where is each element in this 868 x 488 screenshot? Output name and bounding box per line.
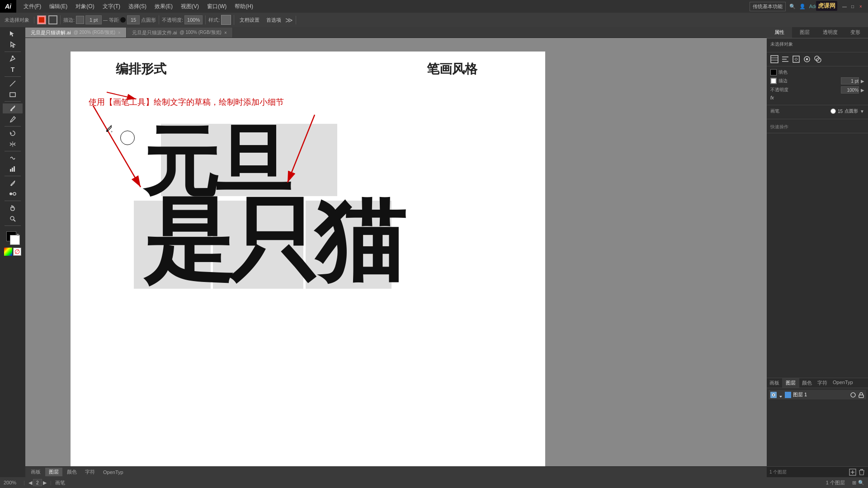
selection-tool-btn[interactable] xyxy=(3,29,23,39)
panel-tab-layers[interactable]: 图层 xyxy=(792,27,817,38)
graph-tool-btn[interactable] xyxy=(3,164,23,174)
type-tool-btn[interactable]: T xyxy=(3,65,23,75)
style-group: 样式: xyxy=(208,15,234,25)
maximize-button[interactable]: □ xyxy=(849,3,856,10)
menu-view[interactable]: 视图(V) xyxy=(177,2,203,11)
menu-type[interactable]: 文字(T) xyxy=(99,2,124,11)
stroke-width-input[interactable] xyxy=(85,15,102,24)
layer-visibility-icon[interactable] xyxy=(770,392,777,398)
warp-tool-btn[interactable] xyxy=(3,153,23,163)
zoom-out-icon[interactable]: 🔍 xyxy=(858,480,864,486)
rp-tab-colors[interactable]: 颜色 xyxy=(799,378,815,388)
opacity-options-arrow[interactable]: ▶ xyxy=(861,88,864,93)
new-artboard-icon[interactable]: ⊞ xyxy=(852,480,856,486)
first-option-btn[interactable]: 首选项 xyxy=(264,16,284,24)
bottom-tab-char[interactable]: 字符 xyxy=(81,468,99,476)
panel-pathfinder-icon[interactable] xyxy=(814,55,822,63)
stroke-color-swatch[interactable] xyxy=(48,15,57,24)
selection-label: 未选择对象 xyxy=(3,17,31,23)
doc-settings-btn[interactable]: 文档设置 xyxy=(237,16,262,24)
stroke-dash-icon: — xyxy=(103,18,108,23)
svg-point-12 xyxy=(10,216,14,220)
opacity-panel-label: 不透明度 xyxy=(770,87,788,93)
layer-target-icon[interactable] xyxy=(850,392,856,398)
statusbar-right: 1 个图层 xyxy=(826,479,845,486)
bottom-tab-colors[interactable]: 颜色 xyxy=(63,468,80,476)
stroke-width-icon[interactable] xyxy=(76,16,84,24)
extra-options-icon[interactable]: ≫ xyxy=(285,16,293,24)
stroke-options-arrow[interactable]: ▶ xyxy=(861,79,864,84)
fill-color-box[interactable] xyxy=(770,69,777,75)
menu-select[interactable]: 选择(S) xyxy=(125,2,150,11)
hand-tool-btn[interactable] xyxy=(3,203,23,213)
artboard-next-btn[interactable]: ▶ xyxy=(43,480,47,486)
rotate-tool-btn[interactable] xyxy=(3,128,23,138)
add-layer-btn[interactable] xyxy=(849,469,856,476)
delete-layer-btn[interactable] xyxy=(858,469,865,476)
fill-color-swatch[interactable] xyxy=(37,15,46,24)
brush-tool-indicator: + xyxy=(104,125,113,134)
bottom-tab-layers[interactable]: 图层 xyxy=(45,468,62,476)
brush-tool-btn[interactable] xyxy=(3,103,23,113)
panel-transform-icon[interactable] xyxy=(792,55,800,63)
zoom-tool-btn[interactable] xyxy=(3,214,23,224)
direct-select-tool-btn[interactable] xyxy=(3,40,23,50)
doc-tab-1-close[interactable]: × xyxy=(118,30,121,35)
panel-tab-transform[interactable]: 变形 xyxy=(843,27,868,38)
style-swatch[interactable] xyxy=(221,15,231,25)
menu-help[interactable]: 帮助(H) xyxy=(231,2,257,11)
stroke-width-panel-input[interactable] xyxy=(841,77,859,84)
pencil-tool-btn[interactable] xyxy=(3,114,23,124)
doc-tab-1[interactable]: 元旦是只猫讲解.ai @ 200% (RGB/预览) × xyxy=(25,28,127,38)
workspace-mode[interactable]: 传统基本功能 xyxy=(750,2,786,11)
artboard-nav: ◀ ▶ xyxy=(28,479,47,486)
panel-layers-icon[interactable] xyxy=(770,55,778,63)
svg-point-0 xyxy=(12,56,14,57)
eyedropper-tool-btn[interactable] xyxy=(3,178,23,188)
color-gradient-btn[interactable] xyxy=(4,248,12,256)
rp-tab-artboards[interactable]: 画板 xyxy=(767,378,782,388)
none-color-btn[interactable]: ∅ xyxy=(13,248,21,256)
panel-align-icon[interactable] xyxy=(781,55,789,63)
menu-effect[interactable]: 效果(E) xyxy=(151,2,176,11)
doc-tab-2-close[interactable]: × xyxy=(224,30,227,35)
rp-tab-opentype[interactable]: OpenTyp xyxy=(830,378,856,388)
canvas-area[interactable]: 元旦 是只猫 编排形式 笔画风格 使用【画笔工具】绘制文字的草稿，绘制时添加小细… xyxy=(25,38,767,477)
doc-tab-1-meta: @ 200% (RGB/预览) xyxy=(74,29,115,36)
pen-tool-btn[interactable] xyxy=(3,54,23,64)
brush-dropdown-arrow[interactable]: ▼ xyxy=(860,109,864,114)
brush-size-input[interactable] xyxy=(127,15,140,24)
menu-edit[interactable]: 编辑(E) xyxy=(46,2,71,11)
menu-object[interactable]: 对象(O) xyxy=(72,2,98,11)
menu-window[interactable]: 窗口(W) xyxy=(203,2,230,11)
stroke-color-box[interactable] xyxy=(770,78,777,84)
opacity-input[interactable] xyxy=(184,15,203,24)
swap-colors-btn[interactable] xyxy=(16,230,20,234)
brush-shape-panel-value: 点圆形 xyxy=(844,108,858,114)
bottom-tab-opentype[interactable]: OpenTyp xyxy=(99,469,127,476)
bottom-tab-artboards[interactable]: 画板 xyxy=(27,468,44,476)
close-button[interactable]: × xyxy=(857,3,864,10)
fill-label: 填色 xyxy=(778,69,788,75)
reflect-tool-btn[interactable] xyxy=(3,139,23,149)
brush-cursor xyxy=(120,131,135,145)
artboard-prev-btn[interactable]: ◀ xyxy=(28,480,32,486)
layer-lock-icon[interactable] xyxy=(858,392,864,398)
rectangle-tool-btn[interactable] xyxy=(3,89,23,99)
artboard-number-input[interactable] xyxy=(33,479,42,486)
line-tool-btn[interactable] xyxy=(3,79,23,89)
rp-tab-char[interactable]: 字符 xyxy=(815,378,830,388)
panel-tab-properties[interactable]: 属性 xyxy=(767,27,792,38)
doc-tab-2[interactable]: 元旦是只猫源文件.ai @ 100% (RGB/预览) × xyxy=(127,28,233,38)
rp-tab-layers[interactable]: 图层 xyxy=(782,378,799,388)
layer-expand-arrow[interactable] xyxy=(778,393,783,397)
blend-tool-btn[interactable] xyxy=(3,189,23,199)
opacity-panel-input[interactable] xyxy=(841,86,859,94)
zoom-level[interactable]: 200% xyxy=(4,480,20,485)
brush-section: 画笔 15 点圆形 ▼ xyxy=(767,105,868,119)
svg-marker-32 xyxy=(779,396,782,398)
panel-appearance-icon[interactable] xyxy=(803,55,811,63)
minimize-button[interactable]: — xyxy=(841,3,848,10)
menu-file[interactable]: 文件(F) xyxy=(20,2,45,11)
panel-tab-transparency[interactable]: 透明度 xyxy=(817,27,843,38)
